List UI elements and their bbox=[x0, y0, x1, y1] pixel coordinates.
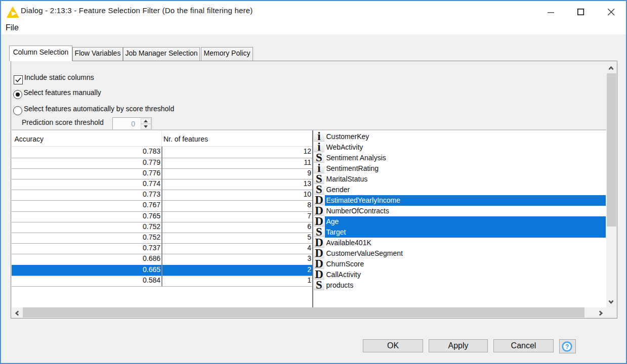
svg-text:?: ? bbox=[565, 343, 569, 350]
